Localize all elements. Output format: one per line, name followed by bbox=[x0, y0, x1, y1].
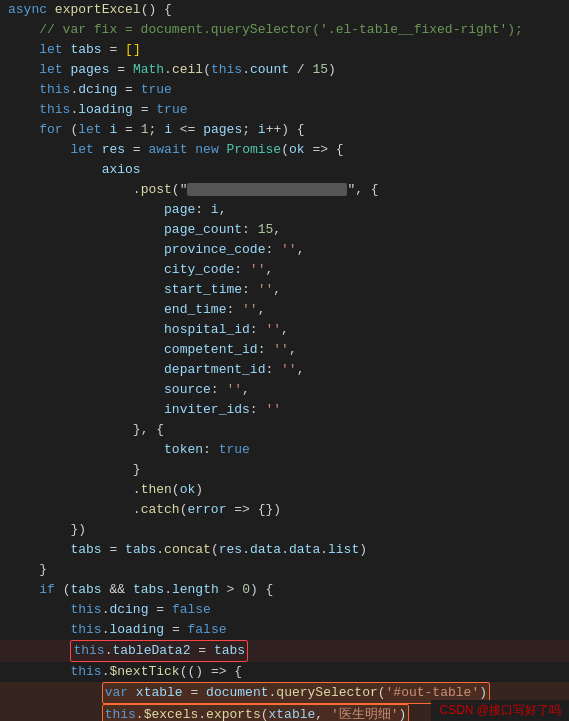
code-editor: async exportExcel() { // var fix = docum… bbox=[0, 0, 569, 721]
code-line-3: let tabs = [] bbox=[0, 40, 569, 60]
code-line-24: } bbox=[0, 460, 569, 480]
code-line-11: page: i, bbox=[0, 200, 569, 220]
code-line-26: .catch(error => {}) bbox=[0, 500, 569, 520]
code-line-14: city_code: '', bbox=[0, 260, 569, 280]
code-line-15: start_time: '', bbox=[0, 280, 569, 300]
code-line-10: .post("", { bbox=[0, 180, 569, 200]
code-line-25: .then(ok) bbox=[0, 480, 569, 500]
code-line-16: end_time: '', bbox=[0, 300, 569, 320]
code-line-29: } bbox=[0, 560, 569, 580]
code-line-20: source: '', bbox=[0, 380, 569, 400]
code-line-13: province_code: '', bbox=[0, 240, 569, 260]
code-line-1: async exportExcel() { bbox=[0, 0, 569, 20]
watermark: CSDN @接口写好了吗 bbox=[431, 700, 569, 721]
code-line-8: let res = await new Promise(ok => { bbox=[0, 140, 569, 160]
code-line-6: this.loading = true bbox=[0, 100, 569, 120]
code-line-7: for (let i = 1; i <= pages; i++) { bbox=[0, 120, 569, 140]
code-line-19: department_id: '', bbox=[0, 360, 569, 380]
code-line-21: inviter_ids: '' bbox=[0, 400, 569, 420]
code-line-2: // var fix = document.querySelector('.el… bbox=[0, 20, 569, 40]
code-line-27: }) bbox=[0, 520, 569, 540]
code-line-9: axios bbox=[0, 160, 569, 180]
code-line-22: }, { bbox=[0, 420, 569, 440]
code-line-28: tabs = tabs.concat(res.data.data.list) bbox=[0, 540, 569, 560]
code-line-32: this.loading = false bbox=[0, 620, 569, 640]
code-line-4: let pages = Math.ceil(this.count / 15) bbox=[0, 60, 569, 80]
code-line-23: token: true bbox=[0, 440, 569, 460]
code-line-18: competent_id: '', bbox=[0, 340, 569, 360]
code-line-17: hospital_id: '', bbox=[0, 320, 569, 340]
code-line-30: if (tabs && tabs.length > 0) { bbox=[0, 580, 569, 600]
code-line-33: this.tableData2 = tabs bbox=[0, 640, 569, 662]
code-line-5: this.dcing = true bbox=[0, 80, 569, 100]
code-line-31: this.dcing = false bbox=[0, 600, 569, 620]
code-line-12: page_count: 15, bbox=[0, 220, 569, 240]
code-line-34: this.$nextTick(() => { bbox=[0, 662, 569, 682]
